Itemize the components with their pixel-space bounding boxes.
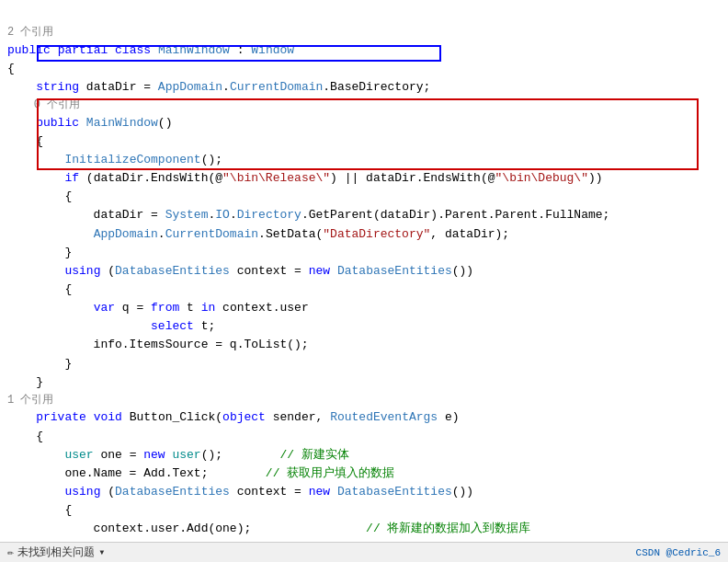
code-line: private void Button_Click(object sender,…	[7, 408, 721, 427]
code-line: AppDomain.CurrentDomain.SetData("DataDir…	[7, 225, 721, 244]
code-line: {	[7, 281, 721, 299]
code-line: string dataDir = AppDomain.CurrentDomain…	[7, 78, 721, 97]
code-line: if (dataDir.EndsWith(@"\bin\Release\") |…	[7, 169, 721, 188]
highlight-box-if-block	[37, 98, 699, 170]
code-line: }	[7, 244, 721, 262]
highlight-box-string-line	[37, 45, 441, 62]
code-line: {	[7, 428, 721, 446]
code-line: }	[7, 373, 721, 392]
code-line: {	[7, 60, 721, 78]
code-line: var q = from t in context.user	[7, 299, 721, 317]
footer-left: ✏ 未找到相关问题 ▾	[7, 545, 105, 560]
footer-credit: CSDN @Cedric_6	[636, 547, 721, 558]
code-line: dataDir = System.IO.Directory.GetParent(…	[7, 206, 721, 224]
footer-status-text: 未找到相关问题	[17, 545, 95, 560]
footer-bar: ✏ 未找到相关问题 ▾ CSDN @Cedric_6	[0, 542, 728, 562]
code-line: context.user.Add(one); // 将新建的数据加入到数据库	[7, 520, 721, 538]
code-line: {	[7, 188, 721, 206]
code-line: using (DatabaseEntities context = new Da…	[7, 483, 721, 501]
code-line: info.ItemsSource = q.ToList();	[7, 336, 721, 354]
code-line: 1 个引用	[7, 392, 721, 409]
code-line: using (DatabaseEntities context = new Da…	[7, 262, 721, 281]
pencil-icon: ✏	[7, 545, 14, 559]
code-line: user one = new user(); // 新建实体	[7, 446, 721, 465]
code-line: 2 个引用	[7, 24, 721, 41]
code-editor: 2 个引用public partial class MainWindow : W…	[0, 0, 728, 562]
code-line: {	[7, 501, 721, 520]
code-line: select t;	[7, 317, 721, 336]
code-line: one.Name = Add.Text; // 获取用户填入的数据	[7, 465, 721, 483]
arrow-icon[interactable]: ▾	[98, 545, 105, 559]
code-line: }	[7, 355, 721, 373]
